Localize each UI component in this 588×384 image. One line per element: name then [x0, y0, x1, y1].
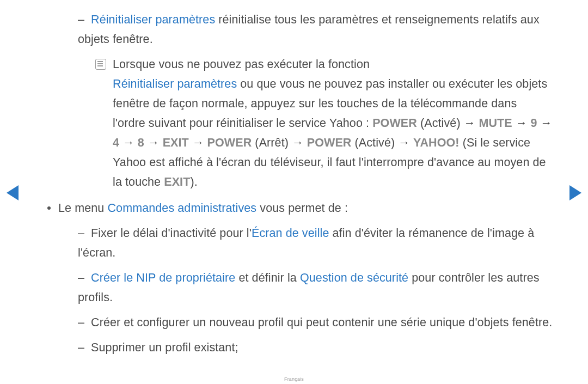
prev-page-arrow[interactable] — [7, 185, 19, 200]
bullet-icon — [47, 206, 51, 210]
admin-sub-screensaver: –Fixer le délai d'inactivité pour l'Écra… — [35, 223, 553, 263]
note-icon — [95, 59, 106, 70]
admin-commands-label: Commandes administratives — [107, 202, 256, 215]
admin-sub-delete-profile: –Supprimer un profil existant; — [35, 338, 553, 357]
note-text: Lorsque vous ne pouvez pas exécuter la f… — [113, 54, 553, 192]
next-page-arrow[interactable] — [569, 185, 581, 200]
reset-parameters-label: Réinitialiser paramètres — [91, 13, 215, 26]
page-content: –Réinitialiser paramètres réinitialise t… — [35, 10, 553, 357]
admin-sub-create-profile: –Créer et configurer un nouveau profil q… — [35, 313, 553, 332]
reset-parameters-item: –Réinitialiser paramètres réinitialise t… — [35, 10, 553, 49]
note-block: Lorsque vous ne pouvez pas exécuter la f… — [35, 54, 553, 192]
admin-sub-pin: –Créer le NIP de propriétaire et définir… — [35, 268, 553, 307]
admin-menu-item: Le menu Commandes administratives vous p… — [35, 198, 553, 218]
page-language-footer: Français — [0, 376, 588, 382]
